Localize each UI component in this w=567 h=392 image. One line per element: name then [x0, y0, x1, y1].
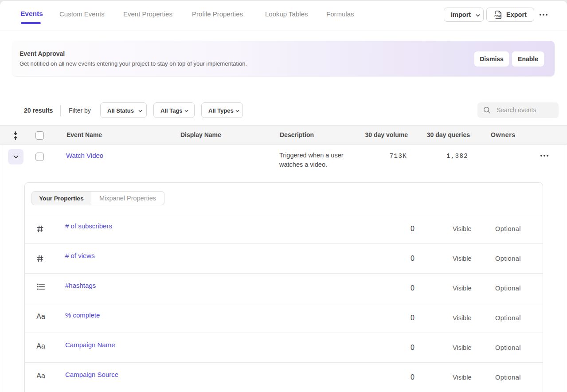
svg-text:CSV: CSV — [494, 15, 501, 18]
